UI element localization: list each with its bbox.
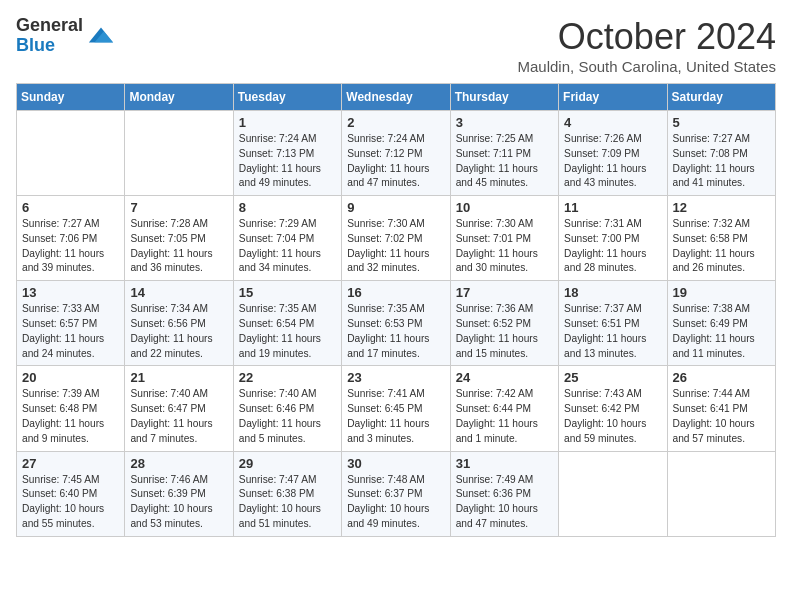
day-number: 5 (673, 115, 770, 130)
calendar-cell: 1Sunrise: 7:24 AMSunset: 7:13 PMDaylight… (233, 111, 341, 196)
calendar-cell: 27Sunrise: 7:45 AMSunset: 6:40 PMDayligh… (17, 451, 125, 536)
calendar-cell (667, 451, 775, 536)
calendar-cell: 28Sunrise: 7:46 AMSunset: 6:39 PMDayligh… (125, 451, 233, 536)
calendar-cell: 19Sunrise: 7:38 AMSunset: 6:49 PMDayligh… (667, 281, 775, 366)
calendar-cell: 24Sunrise: 7:42 AMSunset: 6:44 PMDayligh… (450, 366, 558, 451)
day-number: 14 (130, 285, 227, 300)
calendar-cell: 3Sunrise: 7:25 AMSunset: 7:11 PMDaylight… (450, 111, 558, 196)
calendar-week-row: 13Sunrise: 7:33 AMSunset: 6:57 PMDayligh… (17, 281, 776, 366)
cell-info: Sunrise: 7:40 AMSunset: 6:46 PMDaylight:… (239, 388, 321, 443)
day-number: 4 (564, 115, 661, 130)
cell-info: Sunrise: 7:49 AMSunset: 6:36 PMDaylight:… (456, 474, 538, 529)
cell-info: Sunrise: 7:48 AMSunset: 6:37 PMDaylight:… (347, 474, 429, 529)
day-number: 22 (239, 370, 336, 385)
logo-general: General (16, 16, 83, 36)
day-number: 10 (456, 200, 553, 215)
calendar-cell: 5Sunrise: 7:27 AMSunset: 7:08 PMDaylight… (667, 111, 775, 196)
day-number: 2 (347, 115, 444, 130)
day-number: 29 (239, 456, 336, 471)
day-number: 6 (22, 200, 119, 215)
day-header: Saturday (667, 84, 775, 111)
calendar-week-row: 6Sunrise: 7:27 AMSunset: 7:06 PMDaylight… (17, 196, 776, 281)
calendar-cell: 7Sunrise: 7:28 AMSunset: 7:05 PMDaylight… (125, 196, 233, 281)
calendar-cell: 20Sunrise: 7:39 AMSunset: 6:48 PMDayligh… (17, 366, 125, 451)
day-number: 8 (239, 200, 336, 215)
day-header: Sunday (17, 84, 125, 111)
cell-info: Sunrise: 7:42 AMSunset: 6:44 PMDaylight:… (456, 388, 538, 443)
day-number: 13 (22, 285, 119, 300)
day-number: 24 (456, 370, 553, 385)
calendar-week-row: 27Sunrise: 7:45 AMSunset: 6:40 PMDayligh… (17, 451, 776, 536)
day-number: 27 (22, 456, 119, 471)
cell-info: Sunrise: 7:47 AMSunset: 6:38 PMDaylight:… (239, 474, 321, 529)
page-header: General Blue October 2024 Mauldin, South… (16, 16, 776, 75)
day-number: 15 (239, 285, 336, 300)
day-number: 21 (130, 370, 227, 385)
cell-info: Sunrise: 7:46 AMSunset: 6:39 PMDaylight:… (130, 474, 212, 529)
cell-info: Sunrise: 7:44 AMSunset: 6:41 PMDaylight:… (673, 388, 755, 443)
cell-info: Sunrise: 7:41 AMSunset: 6:45 PMDaylight:… (347, 388, 429, 443)
cell-info: Sunrise: 7:39 AMSunset: 6:48 PMDaylight:… (22, 388, 104, 443)
cell-info: Sunrise: 7:40 AMSunset: 6:47 PMDaylight:… (130, 388, 212, 443)
day-number: 19 (673, 285, 770, 300)
month-title: October 2024 (518, 16, 776, 58)
day-number: 1 (239, 115, 336, 130)
day-number: 31 (456, 456, 553, 471)
calendar-cell (125, 111, 233, 196)
calendar-cell: 8Sunrise: 7:29 AMSunset: 7:04 PMDaylight… (233, 196, 341, 281)
day-number: 11 (564, 200, 661, 215)
calendar-cell: 25Sunrise: 7:43 AMSunset: 6:42 PMDayligh… (559, 366, 667, 451)
cell-info: Sunrise: 7:38 AMSunset: 6:49 PMDaylight:… (673, 303, 755, 358)
title-block: October 2024 Mauldin, South Carolina, Un… (518, 16, 776, 75)
cell-info: Sunrise: 7:35 AMSunset: 6:53 PMDaylight:… (347, 303, 429, 358)
cell-info: Sunrise: 7:45 AMSunset: 6:40 PMDaylight:… (22, 474, 104, 529)
cell-info: Sunrise: 7:33 AMSunset: 6:57 PMDaylight:… (22, 303, 104, 358)
cell-info: Sunrise: 7:35 AMSunset: 6:54 PMDaylight:… (239, 303, 321, 358)
calendar-week-row: 1Sunrise: 7:24 AMSunset: 7:13 PMDaylight… (17, 111, 776, 196)
logo: General Blue (16, 16, 115, 56)
cell-info: Sunrise: 7:30 AMSunset: 7:02 PMDaylight:… (347, 218, 429, 273)
calendar-cell: 6Sunrise: 7:27 AMSunset: 7:06 PMDaylight… (17, 196, 125, 281)
calendar-cell: 4Sunrise: 7:26 AMSunset: 7:09 PMDaylight… (559, 111, 667, 196)
calendar-cell: 18Sunrise: 7:37 AMSunset: 6:51 PMDayligh… (559, 281, 667, 366)
day-number: 3 (456, 115, 553, 130)
cell-info: Sunrise: 7:25 AMSunset: 7:11 PMDaylight:… (456, 133, 538, 188)
day-number: 23 (347, 370, 444, 385)
cell-info: Sunrise: 7:28 AMSunset: 7:05 PMDaylight:… (130, 218, 212, 273)
day-number: 25 (564, 370, 661, 385)
cell-info: Sunrise: 7:31 AMSunset: 7:00 PMDaylight:… (564, 218, 646, 273)
cell-info: Sunrise: 7:43 AMSunset: 6:42 PMDaylight:… (564, 388, 646, 443)
calendar-table: SundayMondayTuesdayWednesdayThursdayFrid… (16, 83, 776, 537)
day-number: 17 (456, 285, 553, 300)
cell-info: Sunrise: 7:27 AMSunset: 7:06 PMDaylight:… (22, 218, 104, 273)
day-number: 7 (130, 200, 227, 215)
logo-blue: Blue (16, 36, 83, 56)
day-header: Monday (125, 84, 233, 111)
calendar-cell: 12Sunrise: 7:32 AMSunset: 6:58 PMDayligh… (667, 196, 775, 281)
day-number: 26 (673, 370, 770, 385)
cell-info: Sunrise: 7:37 AMSunset: 6:51 PMDaylight:… (564, 303, 646, 358)
calendar-week-row: 20Sunrise: 7:39 AMSunset: 6:48 PMDayligh… (17, 366, 776, 451)
cell-info: Sunrise: 7:29 AMSunset: 7:04 PMDaylight:… (239, 218, 321, 273)
day-header: Thursday (450, 84, 558, 111)
calendar-cell: 15Sunrise: 7:35 AMSunset: 6:54 PMDayligh… (233, 281, 341, 366)
day-header: Wednesday (342, 84, 450, 111)
location: Mauldin, South Carolina, United States (518, 58, 776, 75)
calendar-cell (559, 451, 667, 536)
cell-info: Sunrise: 7:34 AMSunset: 6:56 PMDaylight:… (130, 303, 212, 358)
day-number: 16 (347, 285, 444, 300)
calendar-cell: 26Sunrise: 7:44 AMSunset: 6:41 PMDayligh… (667, 366, 775, 451)
calendar-cell: 31Sunrise: 7:49 AMSunset: 6:36 PMDayligh… (450, 451, 558, 536)
calendar-cell: 21Sunrise: 7:40 AMSunset: 6:47 PMDayligh… (125, 366, 233, 451)
calendar-cell: 30Sunrise: 7:48 AMSunset: 6:37 PMDayligh… (342, 451, 450, 536)
calendar-cell: 13Sunrise: 7:33 AMSunset: 6:57 PMDayligh… (17, 281, 125, 366)
day-number: 9 (347, 200, 444, 215)
calendar-cell: 9Sunrise: 7:30 AMSunset: 7:02 PMDaylight… (342, 196, 450, 281)
calendar-cell: 22Sunrise: 7:40 AMSunset: 6:46 PMDayligh… (233, 366, 341, 451)
cell-info: Sunrise: 7:24 AMSunset: 7:12 PMDaylight:… (347, 133, 429, 188)
calendar-cell: 29Sunrise: 7:47 AMSunset: 6:38 PMDayligh… (233, 451, 341, 536)
cell-info: Sunrise: 7:24 AMSunset: 7:13 PMDaylight:… (239, 133, 321, 188)
day-header: Friday (559, 84, 667, 111)
calendar-cell (17, 111, 125, 196)
day-number: 12 (673, 200, 770, 215)
